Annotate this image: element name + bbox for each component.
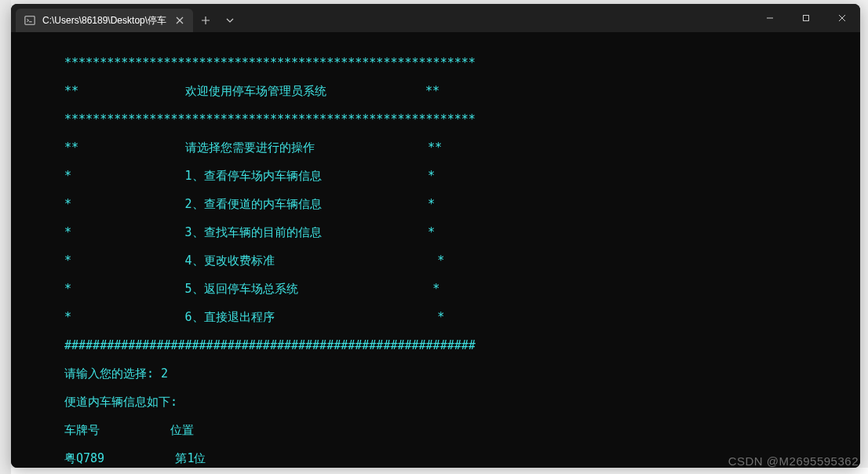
tab-dropdown-button[interactable] [218,9,242,32]
terminal-icon [24,14,36,27]
menu-border-top: ****************************************… [11,56,860,70]
position-cell: 第1位 [175,451,206,465]
input-line: 请输入您的选择: 2 [11,366,860,381]
active-tab[interactable]: C:\Users\86189\Desktop\停车 [16,9,193,32]
menu-item-2: * 2、查看便道的内车辆信息 * [11,197,860,211]
close-button[interactable] [824,4,860,32]
col-pos-header: 位置 [170,423,194,437]
background-strip-left [0,0,11,474]
svg-rect-3 [804,16,809,21]
menu-border-mid: ****************************************… [11,112,860,126]
menu-border-bottom: ########################################… [11,338,860,352]
svg-rect-0 [25,16,35,25]
table-header: 车牌号 位置 [11,423,860,437]
watermark: CSDN @M2695595362 [728,454,859,468]
menu-prompt: ** 请选择您需要进行的操作 ** [11,140,860,155]
window-controls [752,4,860,32]
minimize-button[interactable] [752,4,788,32]
menu-item-5: * 5、返回停车场总系统 * [11,282,860,296]
titlebar: C:\Users\86189\Desktop\停车 [11,4,860,32]
menu-item-6: * 6、直接退出程序 * [11,310,860,324]
background-strip-bottom [11,468,868,474]
menu-title: ** 欢迎使用停车场管理员系统 ** [11,84,860,98]
terminal-output[interactable]: ****************************************… [11,32,860,468]
result-header: 便道内车辆信息如下: [11,395,860,409]
input-prompt-label: 请输入您的选择: [64,366,154,381]
menu-item-1: * 1、查看停车场内车辆信息 * [11,169,860,183]
tab-title: C:\Users\86189\Desktop\停车 [42,14,166,27]
terminal-window: C:\Users\86189\Desktop\停车 **************… [11,4,860,468]
menu-item-4: * 4、更改收费标准 * [11,253,860,268]
tab-close-button[interactable] [173,13,187,27]
titlebar-drag-region[interactable] [242,4,752,32]
input-value: 2 [161,366,168,381]
menu-item-3: * 3、查找车辆的目前的信息 * [11,225,860,239]
new-tab-button[interactable] [193,9,218,32]
maximize-button[interactable] [788,4,824,32]
plate-cell: 粤Q789 [64,451,104,465]
col-plate-header: 车牌号 [64,423,100,437]
